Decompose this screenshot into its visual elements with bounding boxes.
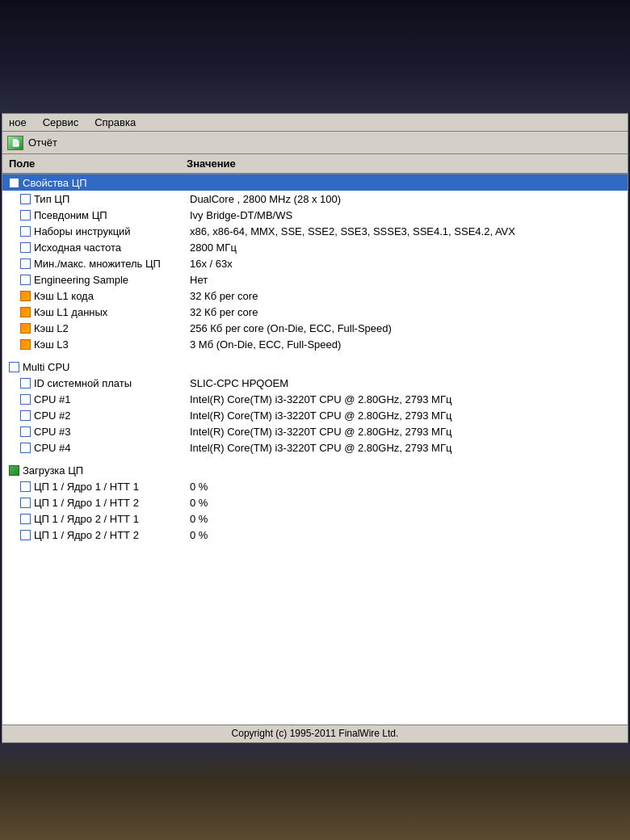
field-text: CPU #2 [34,410,71,422]
row-icon-cache [20,339,31,350]
row-icon-check [20,242,31,253]
table-row[interactable]: ЦП 1 / Ядро 1 / НТТ 20 % [2,494,628,510]
menu-item-file[interactable]: ное [6,116,30,129]
cell-value: 0 % [190,529,621,541]
menu-bar: ное Сервис Справка [2,114,628,132]
row-icon-cache [20,291,31,301]
row-icon-check [20,481,31,492]
table-row[interactable]: ЦП 1 / Ядро 2 / НТТ 20 % [2,527,628,543]
table-row[interactable]: Engineering SampleНет [2,271,628,288]
cell-field: ЦП 1 / Ядро 2 / НТТ 1 [20,513,190,525]
table-row[interactable]: CPU #4Intel(R) Core(TM) i3-3220T CPU @ 2… [2,439,628,456]
field-text: Наборы инструкций [34,225,131,237]
row-icon-check [20,210,31,220]
table-row[interactable]: ЦП 1 / Ядро 2 / НТТ 10 % [2,510,628,527]
table-row[interactable]: Кэш L1 данных32 Кб per core [2,304,628,320]
table-row[interactable]: CPU #2Intel(R) Core(TM) i3-3220T CPU @ 2… [2,407,628,423]
cell-field: Кэш L1 данных [20,306,190,318]
field-text: ЦП 1 / Ядро 1 / НТТ 1 [34,481,139,493]
row-icon-check [20,530,31,540]
cell-value: Intel(R) Core(TM) i3-3220T CPU @ 2.80GHz… [190,393,621,405]
table-body[interactable]: Свойства ЦПТип ЦПDualCore , 2800 MHz (28… [2,174,628,724]
row-icon-check [20,514,31,524]
field-text: Multi CPU [23,361,70,373]
table-row[interactable]: Загрузка ЦП [2,462,628,478]
table-row[interactable]: Свойства ЦП [2,174,628,191]
cell-value: 16x / 63x [190,258,621,270]
table-row[interactable]: Кэш L33 Мб (On-Die, ECC, Full-Speed) [2,336,628,352]
cell-field: Наборы инструкций [20,225,190,237]
row-icon-cache [20,323,31,334]
row-icon-check [20,378,31,388]
field-text: Псевдоним ЦП [34,209,107,221]
cell-value: DualCore , 2800 MHz (28 x 100) [190,193,621,205]
field-text: Свойства ЦП [23,177,87,189]
table-row[interactable]: Кэш L2256 Кб per core (On-Die, ECC, Full… [2,320,628,336]
cell-value: 32 Кб per core [190,290,621,302]
cell-value: Ivy Bridge-DT/MB/WS [190,209,621,221]
field-text: Кэш L1 кода [34,290,94,302]
table-row[interactable]: Исходная частота2800 МГц [2,239,628,255]
cell-field: CPU #4 [20,442,190,454]
cell-value: Intel(R) Core(TM) i3-3220T CPU @ 2.80GHz… [190,410,621,422]
field-text: Кэш L2 [34,322,69,334]
col-value-header: Значение [187,158,621,170]
field-text: ЦП 1 / Ядро 2 / НТТ 2 [34,529,139,541]
cell-field: Тип ЦП [20,193,190,205]
toolbar: 📄 Отчёт [2,132,628,154]
table-row[interactable]: Наборы инструкцийx86, x86-64, MMX, SSE, … [2,223,628,239]
cell-value: SLIC-CPC HPQOEM [190,377,621,389]
table-row[interactable]: Тип ЦПDualCore , 2800 MHz (28 x 100) [2,191,628,207]
menu-item-service[interactable]: Сервис [40,116,82,129]
row-icon-check [20,498,31,508]
cell-value: 0 % [190,481,621,493]
main-window: ное Сервис Справка 📄 Отчёт Поле Значение… [2,113,628,743]
row-icon-green [9,465,19,476]
row-icon-check [20,394,31,405]
menu-item-help[interactable]: Справка [91,116,139,129]
cell-field: ЦП 1 / Ядро 1 / НТТ 1 [20,481,190,493]
cell-field: CPU #3 [20,426,190,438]
cell-field: Свойства ЦП [9,177,178,189]
cell-field: ЦП 1 / Ядро 1 / НТТ 2 [20,497,190,509]
cell-value: 3 Мб (On-Die, ECC, Full-Speed) [190,338,621,351]
row-icon-check [20,426,31,437]
field-text: Кэш L3 [34,338,69,351]
cell-field: ID системной платы [20,377,190,389]
table-row[interactable]: Multi CPU [2,359,628,375]
cell-value: x86, x86-64, MMX, SSE, SSE2, SSE3, SSSE3… [190,225,621,237]
cell-field: Мин./макс. множитель ЦП [20,258,190,270]
cell-value: Intel(R) Core(TM) i3-3220T CPU @ 2.80GHz… [190,426,621,438]
field-text: Кэш L1 данных [34,306,107,318]
report-icon: 📄 [7,136,23,150]
field-text: ЦП 1 / Ядро 2 / НТТ 1 [34,513,139,525]
table-row[interactable]: Мин./макс. множитель ЦП16x / 63x [2,255,628,271]
field-text: CPU #1 [34,393,71,405]
row-icon-check [20,443,31,453]
table-row[interactable]: ID системной платыSLIC-CPC HPQOEM [2,375,628,391]
cell-field: Multi CPU [9,361,178,373]
cell-field: Кэш L1 кода [20,290,190,302]
status-bar: Copyright (c) 1995-2011 FinalWire Ltd. [2,724,628,742]
row-icon-check [20,410,31,421]
table-row[interactable]: Кэш L1 кода32 Кб per core [2,288,628,304]
report-button[interactable]: Отчёт [28,136,57,149]
cell-field: Исходная частота [20,242,190,254]
cell-field: Псевдоним ЦП [20,209,190,221]
row-icon-check [20,194,31,204]
row-icon-cache [20,307,31,317]
content-area: Поле Значение Свойства ЦПТип ЦПDualCore … [2,154,628,724]
table-row[interactable]: CPU #1Intel(R) Core(TM) i3-3220T CPU @ 2… [2,391,628,407]
field-text: CPU #4 [34,442,71,454]
table-row[interactable]: CPU #3Intel(R) Core(TM) i3-3220T CPU @ 2… [2,423,628,439]
cell-value: 32 Кб per core [190,306,621,318]
table-row[interactable]: Псевдоним ЦПIvy Bridge-DT/MB/WS [2,207,628,223]
cell-value: Intel(R) Core(TM) i3-3220T CPU @ 2.80GHz… [190,442,621,454]
cell-value: 2800 МГц [190,242,621,254]
cell-field: Загрузка ЦП [9,464,178,477]
table-row[interactable]: ЦП 1 / Ядро 1 / НТТ 10 % [2,478,628,494]
cell-field: Engineering Sample [20,274,190,286]
field-text: ID системной платы [34,377,132,389]
cell-field: CPU #1 [20,393,190,405]
field-text: CPU #3 [34,426,71,438]
